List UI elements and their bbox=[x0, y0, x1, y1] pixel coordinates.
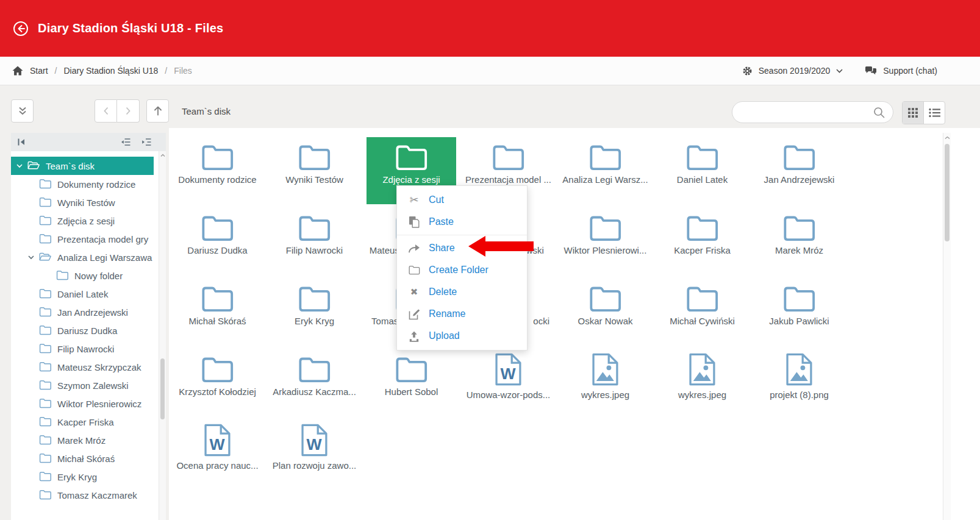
folder-tree: Team`s diskDokumenty rodziceWyniki Testó… bbox=[11, 151, 154, 520]
folder-tile-krzysztof-ko-odziej[interactable]: Krzysztof Kołodziej bbox=[169, 347, 266, 418]
home-icon[interactable] bbox=[12, 66, 23, 76]
sidebar-item-zdj-cia-z-sesji[interactable]: Zdjęcia z sesji bbox=[11, 212, 154, 230]
folder-tile-oskar-nowak[interactable]: Oskar Nowak bbox=[557, 277, 654, 347]
sidebar-item-wiktor-plesnierowicz[interactable]: Wiktor Plesnierowicz bbox=[11, 394, 154, 413]
menu-item-paste[interactable]: Paste bbox=[397, 211, 527, 233]
folder-tile-dokumenty-rodzice[interactable]: Dokumenty rodzice bbox=[169, 135, 266, 206]
folder-icon bbox=[169, 285, 266, 313]
folder-tile-jakub-pawlicki[interactable]: Jakub Pawlicki bbox=[751, 277, 848, 347]
sidebar-item-kacper-friska[interactable]: Kacper Friska bbox=[11, 413, 154, 431]
sidebar-item-daniel-latek[interactable]: Daniel Latek bbox=[11, 285, 154, 303]
folder-tile-marek-mr-z[interactable]: Marek Mróz bbox=[751, 206, 848, 277]
folder-tile-analiza-legi-warsz[interactable]: Analiza Legi Warsz... bbox=[557, 135, 654, 206]
list-view-button[interactable] bbox=[923, 102, 945, 124]
sidebar-item-nowy-folder[interactable]: Nowy folder bbox=[11, 266, 154, 285]
sidebar-item-label: Filip Nawrocki bbox=[57, 344, 114, 354]
file-tile-plan-rozwoju-zawo[interactable]: WPlan rozwoju zawo... bbox=[266, 418, 363, 489]
sidebar-item-analiza-legi-warszawa[interactable]: Analiza Legi Warszawa bbox=[11, 248, 154, 266]
scroll-up-icon[interactable] bbox=[943, 133, 951, 143]
folder-tile-arkadiusz-kaczma[interactable]: Arkadiusz Kaczma... bbox=[266, 347, 363, 418]
sidebar-item-label: Jan Andrzejewski bbox=[57, 307, 128, 318]
sidebar-item-dariusz-dudka[interactable]: Dariusz Dudka bbox=[11, 321, 154, 340]
menu-item-rename[interactable]: Rename bbox=[397, 303, 527, 325]
folder-tile-kacper-friska[interactable]: Kacper Friska bbox=[654, 206, 751, 277]
double-chevron-down-button[interactable] bbox=[11, 99, 34, 123]
sidebar-item-tomasz-kaczmarek[interactable]: Tomasz Kaczmarek bbox=[11, 486, 154, 504]
sidebar-item-filip-nawrocki[interactable]: Filip Nawrocki bbox=[11, 340, 154, 358]
folder-tile-daniel-latek[interactable]: Daniel Latek bbox=[654, 135, 751, 206]
file-tile-wykres-jpeg[interactable]: wykres.jpeg bbox=[557, 347, 654, 418]
season-label: Season 2019/2020 bbox=[759, 66, 831, 76]
grid-view-icon bbox=[908, 108, 918, 118]
share-icon bbox=[407, 243, 421, 253]
folder-tile-wiktor-plesnierowi[interactable]: Wiktor Plesnierowi... bbox=[557, 206, 654, 277]
tile-label: Prezentacja model ... bbox=[460, 174, 557, 185]
support-chat-link[interactable]: Support (chat) bbox=[865, 66, 937, 76]
sidebar-item-label: Team`s disk bbox=[46, 161, 95, 171]
expand-all-icon[interactable] bbox=[141, 138, 151, 146]
folder-tile-eryk-kryg[interactable]: Eryk Kryg bbox=[266, 277, 363, 347]
sidebar-item-label: Wiktor Plesnierowicz bbox=[57, 399, 141, 409]
tile-label: Wyniki Testów bbox=[266, 174, 363, 185]
sidebar-item-prezentacja-model-gry[interactable]: Prezentacja model gry bbox=[11, 230, 154, 248]
menu-item-label: Cut bbox=[429, 194, 444, 205]
back-circle-icon[interactable] bbox=[13, 21, 29, 37]
menu-item-delete[interactable]: ✖Delete bbox=[397, 281, 527, 303]
search-input[interactable] bbox=[740, 107, 873, 118]
topbar-right: Season 2019/2020 Support (chat) bbox=[720, 66, 937, 76]
search-box[interactable] bbox=[732, 101, 893, 123]
file-tile-projekt-8-png[interactable]: projekt (8).png bbox=[751, 347, 848, 418]
image-file-icon bbox=[557, 352, 654, 386]
grid-view-button[interactable] bbox=[903, 102, 923, 124]
sidebar-scrollbar[interactable] bbox=[159, 151, 166, 520]
sidebar-item-wyniki-test-w[interactable]: Wyniki Testów bbox=[11, 193, 154, 212]
folder-tile-filip-nawrocki[interactable]: Filip Nawrocki bbox=[266, 206, 363, 277]
sidebar-item-label: Zdjęcia z sesji bbox=[57, 216, 115, 226]
menu-item-cut[interactable]: ✂Cut bbox=[397, 189, 527, 211]
chat-bubbles-icon bbox=[865, 66, 877, 76]
caret-down-icon[interactable] bbox=[27, 254, 37, 261]
collapse-all-icon[interactable] bbox=[121, 138, 131, 146]
sidebar-item-micha-sk-ra[interactable]: Michał Skóraś bbox=[11, 449, 154, 468]
folder-icon bbox=[39, 233, 52, 244]
sidebar-scroll-thumb[interactable] bbox=[160, 358, 165, 419]
file-tile-wykres-jpeg[interactable]: wykres.jpeg bbox=[654, 347, 751, 418]
folder-tile-hubert-sobol[interactable]: Hubert Sobol bbox=[363, 347, 460, 418]
folder-tile-wyniki-test-w[interactable]: Wyniki Testów bbox=[266, 135, 363, 206]
sidebar-item-jan-andrzejewski[interactable]: Jan Andrzejewski bbox=[11, 303, 154, 321]
menu-item-create-folder[interactable]: Create Folder bbox=[397, 259, 527, 281]
scroll-up-icon[interactable] bbox=[159, 151, 166, 160]
folder-tile-dariusz-dudka[interactable]: Dariusz Dudka bbox=[169, 206, 266, 277]
tile-label: Plan rozwoju zawo... bbox=[266, 460, 363, 471]
folder-icon bbox=[751, 285, 848, 313]
sidebar-item-marek-mr-z[interactable]: Marek Mróz bbox=[11, 431, 154, 449]
forward-button[interactable] bbox=[117, 99, 140, 123]
folder-icon bbox=[56, 270, 69, 281]
search-icon[interactable] bbox=[873, 107, 885, 118]
sidebar-item-eryk-kryg[interactable]: Eryk Kryg bbox=[11, 468, 154, 486]
season-selector[interactable]: Season 2019/2020 bbox=[742, 66, 843, 76]
folder-icon bbox=[39, 343, 52, 354]
sidebar-item-team-s-disk[interactable]: Team`s disk bbox=[11, 157, 154, 175]
sidebar-item-szymon-zalewski[interactable]: Szymon Zalewski bbox=[11, 376, 154, 394]
collapse-panel-icon[interactable] bbox=[17, 138, 26, 146]
svg-text:W: W bbox=[307, 435, 323, 454]
svg-text:W: W bbox=[501, 365, 517, 383]
go-up-button[interactable] bbox=[146, 99, 169, 123]
sidebar-item-dokumenty-rodzice[interactable]: Dokumenty rodzice bbox=[11, 175, 154, 193]
tile-label: Daniel Latek bbox=[654, 174, 751, 185]
folder-tile-jan-andrzejewski[interactable]: Jan Andrzejewski bbox=[751, 135, 848, 206]
caret-down-icon[interactable] bbox=[16, 162, 26, 169]
back-button[interactable] bbox=[95, 99, 117, 123]
file-tile-umowa-wzor-pods[interactable]: WUmowa-wzor-pods... bbox=[460, 347, 557, 418]
menu-item-upload[interactable]: Upload bbox=[397, 325, 527, 347]
breadcrumb-start[interactable]: Start bbox=[30, 66, 48, 76]
folder-tile-micha-cywi-ski[interactable]: Michał Cywiński bbox=[654, 277, 751, 347]
main-scrollbar[interactable] bbox=[943, 133, 951, 520]
breadcrumb-team[interactable]: Diary Stadion Śląski U18 bbox=[63, 66, 158, 76]
folder-icon bbox=[654, 143, 751, 171]
sidebar-item-mateusz-skrzypczak[interactable]: Mateusz Skrzypczak bbox=[11, 358, 154, 376]
main-scroll-thumb[interactable] bbox=[945, 144, 950, 241]
folder-tile-micha-sk-ra[interactable]: Michał Skóraś bbox=[169, 277, 266, 347]
file-tile-ocena-pracy-nauc[interactable]: WOcena pracy nauc... bbox=[169, 418, 266, 489]
